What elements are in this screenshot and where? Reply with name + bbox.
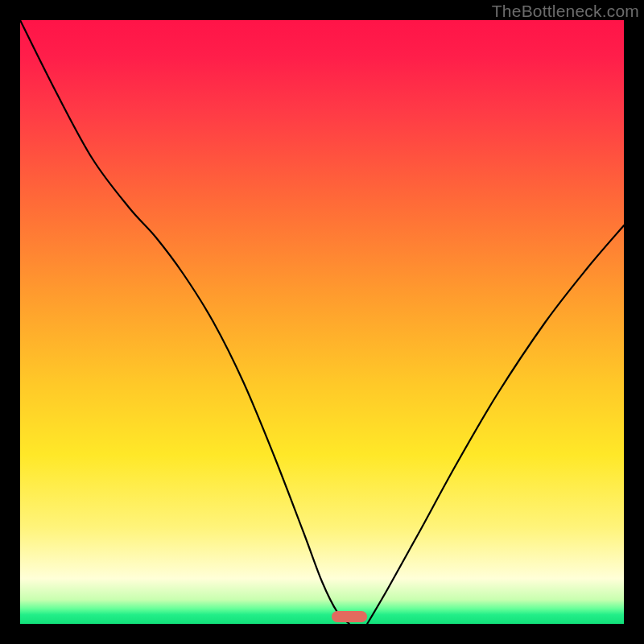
- bottleneck-curve: [20, 20, 624, 624]
- plot-frame: [20, 20, 624, 624]
- watermark-text: TheBottleneck.com: [492, 2, 639, 21]
- optimum-marker: [332, 611, 367, 622]
